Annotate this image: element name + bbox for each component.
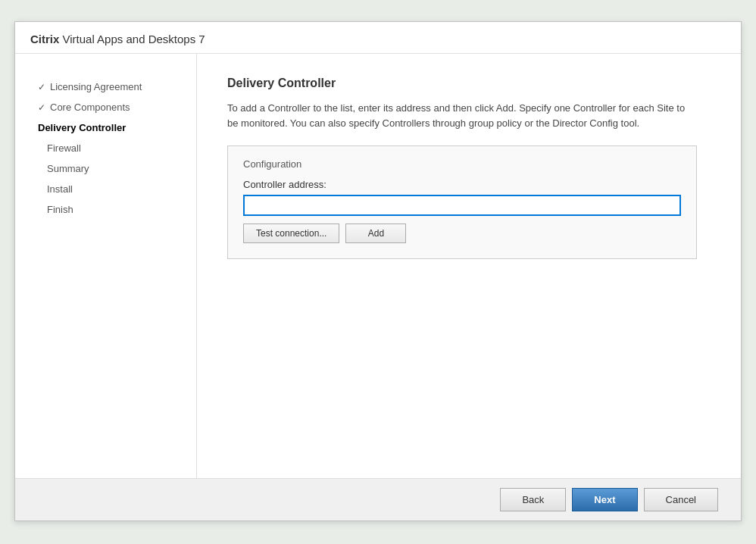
sidebar-item-label: Licensing Agreement: [50, 81, 142, 92]
back-button[interactable]: Back: [500, 488, 566, 511]
sidebar: ✓ Licensing Agreement ✓ Core Components …: [15, 54, 197, 478]
config-section: Configuration Controller address: Test c…: [227, 145, 697, 259]
sidebar-item-label: Finish: [47, 204, 73, 215]
title-bar: Citrix Virtual Apps and Desktops 7: [15, 22, 741, 54]
sidebar-item-delivery-controller: Delivery Controller: [15, 117, 196, 138]
cancel-button[interactable]: Cancel: [644, 488, 718, 511]
checkmark-icon: ✓: [38, 82, 45, 92]
sidebar-item-core-components: ✓ Core Components: [15, 97, 196, 117]
sidebar-item-label: Install: [47, 183, 73, 195]
footer: Back Next Cancel: [15, 478, 741, 521]
main-panel: Delivery Controller To add a Controller …: [197, 54, 741, 478]
sidebar-item-label: Summary: [47, 163, 89, 174]
test-connection-button[interactable]: Test connection...: [243, 224, 339, 243]
page-description: To add a Controller to the list, enter i…: [227, 101, 697, 130]
config-section-title: Configuration: [243, 158, 681, 170]
sidebar-item-label: Firewall: [47, 142, 81, 154]
sidebar-item-firewall: Firewall: [15, 138, 196, 158]
page-title: Delivery Controller: [227, 77, 711, 90]
sidebar-item-summary: Summary: [15, 158, 196, 179]
controller-address-label: Controller address:: [243, 179, 681, 190]
next-button[interactable]: Next: [572, 488, 637, 511]
main-window: Citrix Virtual Apps and Desktops 7 ✓ Lic…: [14, 21, 742, 521]
sidebar-item-licensing-agreement: ✓ Licensing Agreement: [15, 77, 196, 97]
sidebar-item-finish: Finish: [15, 199, 196, 220]
sidebar-item-label: Delivery Controller: [38, 122, 126, 133]
content-area: ✓ Licensing Agreement ✓ Core Components …: [15, 54, 741, 478]
sidebar-item-label: Core Components: [50, 102, 130, 113]
brand-name: Citrix: [30, 33, 59, 45]
checkmark-icon: ✓: [38, 102, 45, 113]
product-name: Virtual Apps and Desktops 7: [63, 33, 205, 45]
controller-address-input[interactable]: [243, 195, 681, 216]
sidebar-item-install: Install: [15, 179, 196, 199]
action-buttons: Test connection... Add: [243, 224, 681, 243]
add-button[interactable]: Add: [345, 224, 406, 243]
app-title: Citrix Virtual Apps and Desktops 7: [30, 33, 205, 45]
